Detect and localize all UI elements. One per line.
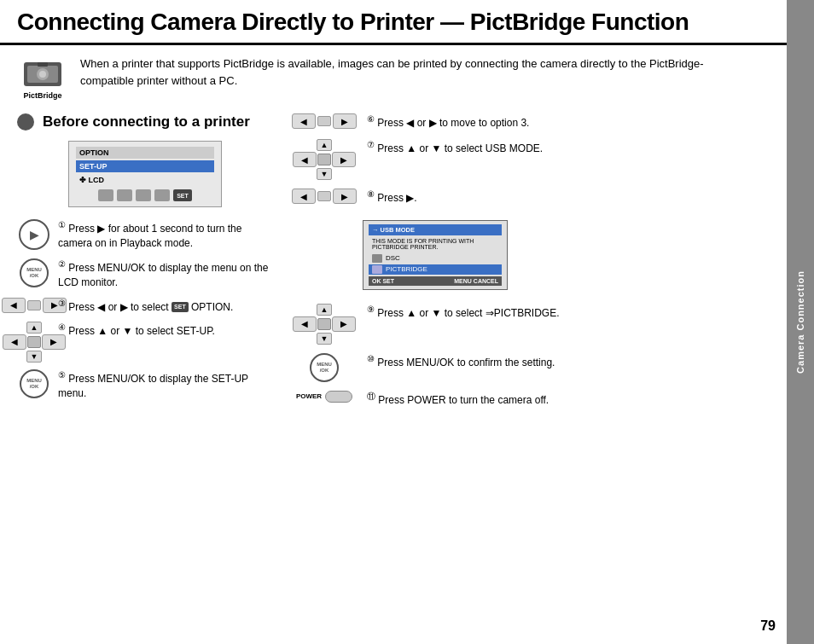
- svg-rect-4: [38, 62, 48, 67]
- icon-box-4: [154, 189, 170, 201]
- page-title: Connecting Camera Directly to Printer — …: [17, 9, 689, 36]
- section-title: Before connecting to a printer: [43, 113, 250, 131]
- arrows-mid: ◀ ▶: [3, 334, 66, 350]
- step-8-icon: ◀ ▶: [290, 189, 358, 204]
- right-arrow-8: ▶: [333, 189, 357, 204]
- menu-ok-button-icon: MENU /OK: [20, 258, 49, 287]
- step-4-icon: ▲ ◀ ▶ ▼: [17, 322, 51, 363]
- step-8-num: ⑧: [367, 189, 375, 199]
- up-arrow-9: ▲: [317, 304, 332, 316]
- menu-ok-button-icon-2: MENU /OK: [20, 369, 49, 398]
- pictbridge-label: PICTBRIDGE: [386, 265, 427, 273]
- display-row-setup: SET-UP: [76, 160, 214, 172]
- step-4-text: ④ Press ▲ or ▼ to select SET-UP.: [58, 322, 273, 339]
- sidebar: Camera Connection: [787, 0, 814, 644]
- step-6-num: ⑥: [367, 114, 375, 124]
- usb-footer: OK SET MENU CANCEL: [369, 276, 502, 286]
- step-2-num: ②: [58, 259, 66, 269]
- lr-arrows-icon: ◀ ▶: [2, 298, 67, 313]
- step-9-icon: ▲ ◀ ▶ ▼: [290, 304, 358, 345]
- step-5-icon: MENU /OK: [17, 369, 51, 398]
- down-arrow-7: ▼: [317, 168, 332, 180]
- step-6-icon: ◀ ▶: [290, 113, 358, 129]
- dsc-icon: [372, 254, 382, 263]
- pictbridge-logo: PictBridge: [17, 55, 68, 100]
- right-step-9: ▲ ◀ ▶ ▼ ⑨ Press ▲ or ▼ to select ⇒PICTBR…: [290, 304, 744, 345]
- step-10-icon: MENU /OK: [290, 353, 358, 382]
- power-switch-icon: [325, 391, 352, 403]
- usb-option-dsc: DSC: [369, 253, 502, 264]
- icon-box-2: [117, 189, 132, 201]
- pictbridge-option-icon: [372, 265, 382, 274]
- usb-footer-cancel: MENU CANCEL: [454, 278, 498, 284]
- lr-arrows-icon-6: ◀ ▶: [292, 113, 357, 129]
- left-arrow-btn: ◀: [2, 298, 26, 313]
- title-bar: Connecting Camera Directly to Printer — …: [0, 0, 814, 45]
- sidebar-label: Camera Connection: [795, 270, 805, 374]
- right-step-10: MENU /OK ⑩ Press MENU/OK to confirm the …: [290, 353, 744, 382]
- left-column: Before connecting to a printer OPTION SE…: [17, 113, 273, 408]
- right-step-6: ◀ ▶ ⑥ Press ◀ or ▶ to move to option 3.: [290, 113, 744, 131]
- right-step-7: ▲ ◀ ▶ ▼ ⑦ Press ▲ or ▼ to select USB MOD…: [290, 139, 744, 180]
- usb-options: DSC PICTBRIDGE: [369, 253, 502, 275]
- power-label-text: POWER: [296, 392, 322, 400]
- pictbridge-icon: [22, 55, 63, 90]
- step-3-icon: ◀ ▶: [17, 298, 51, 313]
- step-5-text: ⑤ Press MENU/OK to display the SET-UP me…: [58, 369, 273, 402]
- right-arrow-7: ▶: [332, 152, 356, 167]
- down-arrow-btn: ▼: [26, 351, 42, 363]
- step-4-num: ④: [58, 322, 66, 332]
- icon-set: SET: [173, 189, 192, 201]
- left-arrow-8: ◀: [292, 189, 316, 204]
- arrows-mid-9: ◀ ▶: [293, 316, 356, 332]
- display-header: OPTION: [76, 147, 214, 159]
- left-arrow-btn2: ◀: [3, 334, 26, 350]
- intro-text: When a printer that supports PictBridge …: [80, 55, 744, 89]
- step-1-num: ①: [58, 220, 66, 229]
- usb-footer-set: OK SET: [372, 278, 394, 284]
- step-8-text: ⑧ Press ▶.: [367, 189, 744, 206]
- step-2-icon: MENU /OK: [17, 258, 51, 287]
- left-arrow-9: ◀: [293, 316, 317, 332]
- step-7-text: ⑦ Press ▲ or ▼ to select USB MODE.: [367, 139, 744, 156]
- up-arrow-7: ▲: [317, 139, 332, 151]
- arrows-mid-7: ◀ ▶: [293, 152, 356, 167]
- usb-header: → USB MODE: [369, 224, 502, 235]
- power-button-icon: POWER: [296, 391, 352, 403]
- step-5: MENU /OK ⑤ Press MENU/OK to display the …: [17, 369, 273, 402]
- step-1: ▶ ① Press ▶ for about 1 second to turn t…: [17, 219, 273, 252]
- up-arrow-btn: ▲: [26, 322, 42, 334]
- step-11-icon: POWER: [290, 391, 358, 403]
- intro-section: PictBridge When a printer that supports …: [17, 55, 744, 100]
- icon-box-1: [98, 189, 113, 201]
- step-9-num: ⑨: [367, 305, 375, 314]
- step-4: ▲ ◀ ▶ ▼ ④ Press ▲ or ▼ to select SET-UP.: [17, 322, 273, 363]
- ud-arrows-icon: ▲ ◀ ▶ ▼: [3, 322, 66, 363]
- step-3-text: ③ Press ◀ or ▶ to select SET OPTION.: [58, 298, 273, 315]
- step-5-num: ⑤: [58, 370, 66, 380]
- right-step-8: ◀ ▶ ⑧ Press ▶.: [290, 189, 744, 206]
- step-3: ◀ ▶ ③ Press ◀ or ▶ to select SET OPTION.: [17, 298, 273, 315]
- ud-arrows-icon-9: ▲ ◀ ▶ ▼: [293, 304, 356, 345]
- step-2: MENU /OK ② Press MENU/OK to display the …: [17, 258, 273, 291]
- step-2-text: ② Press MENU/OK to display the menu on t…: [58, 258, 273, 291]
- down-arrow-9: ▼: [317, 333, 332, 345]
- main-content: PictBridge When a printer that supports …: [0, 45, 787, 418]
- step-9-text: ⑨ Press ▲ or ▼ to select ⇒PICTBRIDGE.: [367, 304, 744, 321]
- page-number: 79: [760, 618, 776, 634]
- step-10-text: ⑩ Press MENU/OK to confirm the setting.: [367, 353, 744, 370]
- dsc-label: DSC: [386, 254, 400, 262]
- menu-ok-icon-10: MENU /OK: [310, 353, 339, 382]
- left-arrow-7: ◀: [293, 152, 317, 167]
- right-arrow-9: ▶: [332, 316, 356, 332]
- step-7-icon: ▲ ◀ ▶ ▼: [290, 139, 358, 180]
- step-3-num: ③: [58, 299, 66, 308]
- two-column-layout: Before connecting to a printer OPTION SE…: [17, 113, 744, 408]
- playback-button-icon: ▶: [19, 219, 49, 250]
- icon-box-3: [136, 189, 151, 201]
- step-1-text: ① Press ▶ for about 1 second to turn the…: [58, 219, 273, 252]
- step-11-num: ⑪: [367, 392, 375, 401]
- usb-body: THIS MODE IS FOR PRINTING WITH PICTBRIDG…: [369, 236, 502, 252]
- ud-arrows-icon-7: ▲ ◀ ▶ ▼: [293, 139, 356, 180]
- usb-mode-display: → USB MODE THIS MODE IS FOR PRINTING WIT…: [363, 220, 508, 290]
